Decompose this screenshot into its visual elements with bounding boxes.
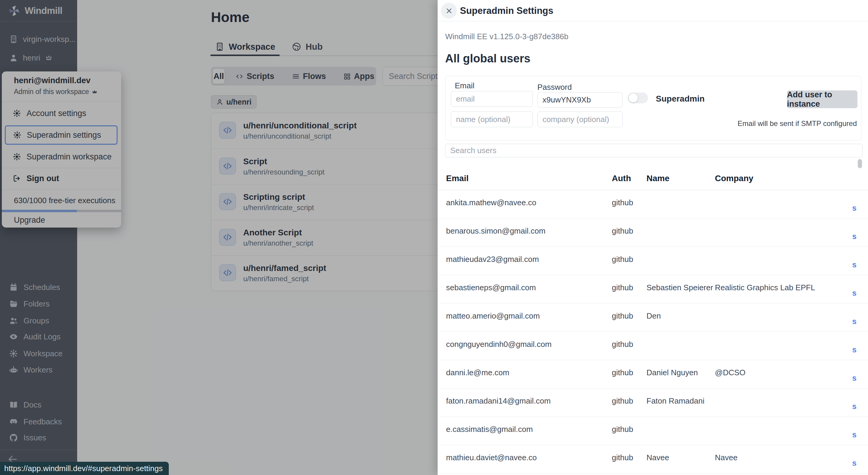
row-action-link[interactable]: s [852,345,857,354]
add-user-form: Email Password Superadmin Add user to in… [445,76,861,140]
company-field[interactable] [537,112,623,127]
superadmin-toggle-label: Superadmin [656,94,705,104]
table-row: mathieudav23@gmail.com github s [438,247,868,275]
column-header-company: Company [715,173,753,183]
scrollbar-thumb[interactable] [858,159,862,168]
cell-email: mathieudav23@gmail.com [446,255,539,264]
cell-email: sebastieneps@gmail.com [446,283,536,292]
cell-name: Den [647,311,661,321]
name-field[interactable] [451,112,533,127]
row-action-link[interactable]: s [852,458,857,468]
cell-name: Navee [647,453,669,462]
table-row: mathieu.daviet@navee.co github Navee Nav… [438,445,868,474]
panel-title: Superadmin Settings [460,5,553,16]
cell-company: Realistic Graphics Lab EPFL [715,283,815,292]
cell-auth: github [612,453,633,462]
backdrop-overlay[interactable] [0,0,438,475]
table-row: faton.ramadani14@gmail.com github Faton … [438,388,868,417]
cell-email: matteo.amerio@gmail.com [446,311,540,321]
row-action-link[interactable]: s [852,430,857,439]
add-user-button[interactable]: Add user to instance [787,90,858,108]
cell-company: Navee [715,453,738,462]
cell-name: Faton Ramadani [647,396,704,406]
cell-auth: github [612,396,633,406]
all-global-users-heading: All global users [445,52,530,65]
password-label: Password [537,83,572,92]
cell-auth: github [612,198,633,208]
column-header-email: Email [446,173,469,183]
cell-email: danni.le@me.com [446,368,509,377]
browser-status-url: https://app.windmill.dev/#superadmin-set… [0,462,169,475]
cell-auth: github [612,311,633,321]
cell-auth: github [612,368,633,377]
column-header-auth: Auth [612,173,631,183]
row-action-link[interactable]: s [852,288,857,298]
cell-email: e.cassimatis@gmail.com [446,425,533,434]
row-action-link[interactable]: s [852,373,857,383]
email-field[interactable] [451,91,533,107]
table-row: ankita.mathew@navee.co github s [438,190,868,219]
cell-company: @DCSO [715,368,746,377]
cell-name: Sebastien Speierer [647,283,713,292]
cell-auth: github [612,255,633,264]
close-icon [445,7,453,15]
cell-auth: github [612,425,633,434]
column-header-name: Name [647,173,670,183]
cell-auth: github [612,283,633,292]
row-action-link[interactable]: s [852,232,857,241]
smtp-note: Email will be sent if SMTP configured [738,119,857,128]
row-action-link[interactable]: s [852,203,857,213]
toggle-knob [629,93,638,102]
row-action-link[interactable]: s [852,317,857,326]
table-row: e.cassimatis@gmail.com github s [438,417,868,445]
password-field[interactable] [537,92,623,107]
cell-name: Daniel Nguyen [647,368,698,377]
cell-email: faton.ramadani14@gmail.com [446,396,551,406]
cell-email: mathieu.daviet@navee.co [446,453,537,462]
panel-header-divider [438,21,868,22]
superadmin-settings-panel: Superadmin Settings Windmill EE v1.125.0… [438,0,868,475]
search-users-input[interactable] [445,144,863,157]
row-action-link[interactable]: s [852,260,857,270]
table-row: benarous.simon@gmail.com github s [438,219,868,247]
table-row: congnguyendinh0@gmail.com github s [438,332,868,360]
table-row: danni.le@me.com github Daniel Nguyen @DC… [438,360,868,388]
cell-auth: github [612,340,633,349]
cell-email: congnguyendinh0@gmail.com [446,340,552,349]
version-text: Windmill EE v1.125.0-3-g87de386b [445,32,568,41]
table-row: matteo.amerio@gmail.com github Den s [438,304,868,332]
cell-email: benarous.simon@gmail.com [446,226,546,236]
close-panel-button[interactable] [441,3,457,19]
table-row: sebastieneps@gmail.com github Sebastien … [438,275,868,304]
cell-auth: github [612,226,633,236]
windmill-app: Windmill virgin-worksp... henri [0,0,868,475]
superadmin-toggle[interactable] [628,93,648,103]
email-label: Email [455,81,474,90]
cell-email: ankita.mathew@navee.co [446,198,536,208]
row-action-link[interactable]: s [852,402,857,411]
users-table: ankita.mathew@navee.co github s benarous… [438,190,868,474]
